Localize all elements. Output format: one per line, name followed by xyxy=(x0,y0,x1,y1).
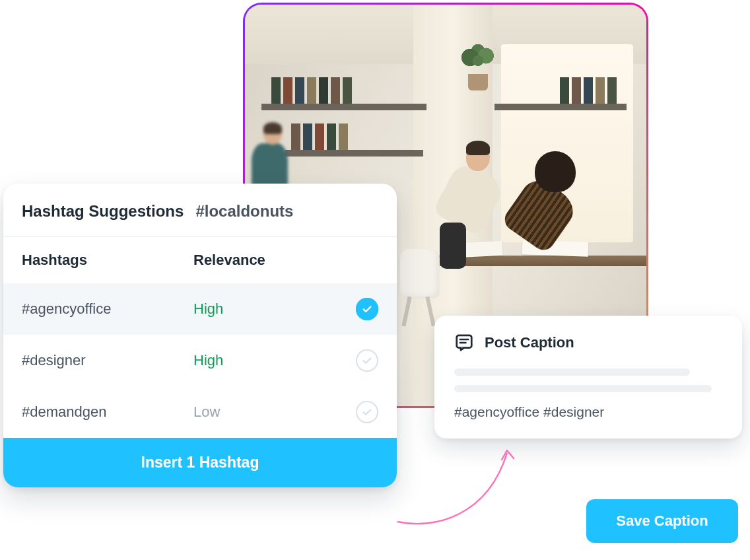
table-header: Hashtags Relevance xyxy=(3,237,397,283)
caption-placeholder-line xyxy=(454,368,690,376)
post-caption-card: Post Caption #agencyoffice #designer xyxy=(434,316,742,438)
hashtag-tag: #demandgen xyxy=(22,403,193,421)
column-hashtags-label: Hashtags xyxy=(22,252,193,269)
column-relevance-label: Relevance xyxy=(193,252,378,269)
hashtag-row[interactable]: #agencyoffice High xyxy=(3,283,397,335)
hashtag-row[interactable]: #designer High xyxy=(3,335,397,386)
insert-hashtag-button[interactable]: Insert 1 Hashtag xyxy=(3,438,397,487)
hashtag-tag: #designer xyxy=(22,352,193,369)
flow-arrow-icon xyxy=(395,444,527,536)
panel-title: Hashtag Suggestions xyxy=(22,202,184,221)
current-hashtag: #localdonuts xyxy=(195,202,293,221)
caption-title: Post Caption xyxy=(485,334,574,351)
checkmark-selected-icon[interactable] xyxy=(356,298,378,320)
caption-header: Post Caption xyxy=(454,333,722,353)
hashtag-relevance: Low xyxy=(193,403,356,421)
hashtag-row[interactable]: #demandgen Low xyxy=(3,386,397,438)
caption-placeholder-line xyxy=(454,385,712,392)
caption-text: #agencyoffice #designer xyxy=(454,404,722,420)
hashtag-relevance: High xyxy=(193,300,356,318)
checkmark-empty-icon[interactable] xyxy=(356,349,378,372)
caption-icon xyxy=(454,333,474,353)
svg-rect-0 xyxy=(457,335,472,348)
hashtag-relevance: High xyxy=(193,352,356,369)
hashtag-suggestions-panel: Hashtag Suggestions #localdonuts Hashtag… xyxy=(3,184,397,487)
hashtag-tag: #agencyoffice xyxy=(22,300,193,318)
panel-header: Hashtag Suggestions #localdonuts xyxy=(3,184,397,236)
save-caption-button[interactable]: Save Caption xyxy=(586,499,738,543)
checkmark-empty-icon[interactable] xyxy=(356,401,378,423)
